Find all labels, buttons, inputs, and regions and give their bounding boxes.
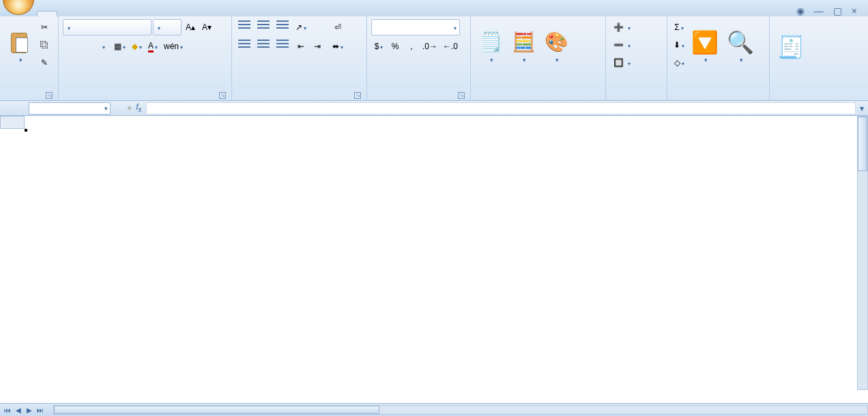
- expand-formula-bar-icon[interactable]: ▾: [856, 104, 868, 113]
- fill-button[interactable]: ⬇: [671, 37, 686, 53]
- sheet-nav-next-icon[interactable]: ▶: [25, 406, 34, 414]
- help-icon[interactable]: ◉: [796, 5, 805, 16]
- tab-pdf[interactable]: [210, 12, 229, 16]
- italic-button[interactable]: [79, 38, 94, 55]
- find-icon: 🔍: [727, 31, 754, 53]
- sheet-tab-bar: ⏮ ◀ ▶ ⏭: [0, 403, 868, 416]
- tab-developer[interactable]: [172, 12, 191, 16]
- group-number: $ % , .0→ ←.0 ↘: [367, 16, 471, 100]
- cancel-formula-icon[interactable]: ●: [127, 103, 132, 113]
- border-button[interactable]: ▦: [112, 38, 128, 55]
- tab-data[interactable]: [115, 12, 134, 16]
- align-left-button[interactable]: [236, 38, 254, 55]
- format-painter-button[interactable]: ✎: [37, 55, 52, 71]
- minimize-window-icon[interactable]: —: [814, 5, 824, 16]
- increase-font-button[interactable]: A▴: [183, 19, 198, 35]
- percent-button[interactable]: %: [388, 38, 403, 55]
- bold-button[interactable]: [63, 38, 78, 55]
- sheet-nav-first-icon[interactable]: ⏮: [3, 406, 12, 414]
- format-as-table-button[interactable]: 🧮: [508, 19, 539, 76]
- decrease-font-button[interactable]: A▾: [199, 19, 214, 35]
- restore-window-icon[interactable]: ▢: [833, 5, 842, 16]
- ribbon-tabs: ◉ — ▢ ×: [0, 0, 868, 16]
- paste-button[interactable]: [4, 19, 35, 76]
- number-format-box[interactable]: [371, 19, 460, 35]
- clear-button[interactable]: ◇: [671, 55, 686, 71]
- font-color-button[interactable]: A: [145, 38, 160, 55]
- invoice-check-button[interactable]: 🧾: [774, 19, 808, 76]
- cell-styles-icon: 🎨: [545, 31, 568, 53]
- format-cells-button[interactable]: 🔲: [610, 55, 665, 71]
- name-box[interactable]: ▾: [29, 102, 111, 115]
- formula-input[interactable]: [146, 102, 856, 115]
- align-top-button[interactable]: [236, 19, 254, 35]
- group-editing: Σ ⬇ ◇ 🔽 🔍: [667, 16, 770, 100]
- increase-indent-button[interactable]: ⇥: [310, 38, 325, 55]
- cell-styles-button[interactable]: 🎨: [540, 19, 572, 76]
- increase-decimal-button[interactable]: .0→: [420, 38, 439, 55]
- underline-button[interactable]: [96, 38, 111, 55]
- vertical-scrollbar[interactable]: [857, 116, 868, 390]
- office-button[interactable]: [3, 0, 34, 15]
- tab-home[interactable]: [37, 11, 57, 16]
- font-launcher[interactable]: ↘: [219, 92, 226, 99]
- select-all-corner[interactable]: [0, 116, 25, 129]
- tab-review[interactable]: [134, 12, 153, 16]
- align-center-button[interactable]: [255, 38, 273, 55]
- spreadsheet-grid[interactable]: [0, 116, 868, 403]
- conditional-format-button[interactable]: 🗒️: [475, 19, 506, 76]
- group-clipboard: ✂ ⿻ ✎ ↘: [0, 16, 59, 100]
- group-cells: ➕ ➖ 🔲: [606, 16, 667, 100]
- decrease-indent-button[interactable]: ⇤: [293, 38, 308, 55]
- align-launcher[interactable]: ↘: [354, 92, 361, 99]
- sheet-nav-prev-icon[interactable]: ◀: [14, 406, 23, 414]
- wrap-text-button[interactable]: ⏎: [329, 19, 347, 35]
- conditional-format-icon: 🗒️: [479, 31, 503, 53]
- group-alignment: ↗ ⇤ ⇥ ⏎ ⬌ ↘: [232, 16, 367, 100]
- horizontal-scrollbar[interactable]: [53, 405, 868, 415]
- cut-button[interactable]: ✂: [37, 19, 52, 35]
- tab-addins[interactable]: [191, 12, 210, 16]
- number-launcher[interactable]: ↘: [458, 92, 465, 99]
- find-select-button[interactable]: 🔍: [723, 19, 757, 76]
- formula-bar: ▾ ● fx ▾: [0, 101, 868, 116]
- align-right-button[interactable]: [274, 38, 292, 55]
- autosum-button[interactable]: Σ: [671, 19, 686, 35]
- close-window-icon[interactable]: ×: [852, 5, 857, 16]
- phonetic-button[interactable]: wén: [162, 38, 185, 55]
- group-styles: 🗒️ 🧮 🎨: [471, 16, 606, 100]
- tab-layout[interactable]: [76, 12, 96, 16]
- sheet-nav-last-icon[interactable]: ⏭: [35, 406, 45, 414]
- ribbon: ✂ ⿻ ✎ ↘ A▴ A▾ ▦ ◆ A wén: [0, 16, 868, 101]
- fill-color-button[interactable]: ◆: [129, 38, 144, 55]
- paste-icon: [8, 31, 31, 55]
- tab-insert[interactable]: [57, 12, 76, 16]
- delete-cells-button[interactable]: ➖: [610, 37, 665, 53]
- group-font: A▴ A▾ ▦ ◆ A wén ↘: [59, 16, 232, 100]
- currency-button[interactable]: $: [371, 38, 386, 55]
- copy-button[interactable]: ⿻: [37, 37, 52, 53]
- align-middle-button[interactable]: [255, 19, 273, 35]
- sort-filter-button[interactable]: 🔽: [688, 19, 722, 76]
- fx-icon[interactable]: fx: [136, 102, 141, 113]
- table-icon: 🧮: [512, 31, 536, 53]
- tab-formulas[interactable]: [96, 12, 115, 16]
- group-invoice: 🧾: [770, 16, 826, 100]
- tab-view[interactable]: [153, 12, 172, 16]
- clipboard-launcher[interactable]: ↘: [46, 92, 53, 99]
- insert-cells-button[interactable]: ➕: [610, 19, 665, 35]
- comma-button[interactable]: ,: [404, 38, 419, 55]
- align-bottom-button[interactable]: [274, 19, 292, 35]
- decrease-decimal-button[interactable]: ←.0: [441, 38, 460, 55]
- merge-center-button[interactable]: ⬌: [329, 38, 347, 55]
- orientation-button[interactable]: ↗: [293, 19, 308, 35]
- sort-icon: 🔽: [691, 31, 719, 53]
- font-name-box[interactable]: [63, 19, 151, 35]
- font-size-box[interactable]: [153, 19, 182, 35]
- invoice-icon: 🧾: [777, 36, 805, 58]
